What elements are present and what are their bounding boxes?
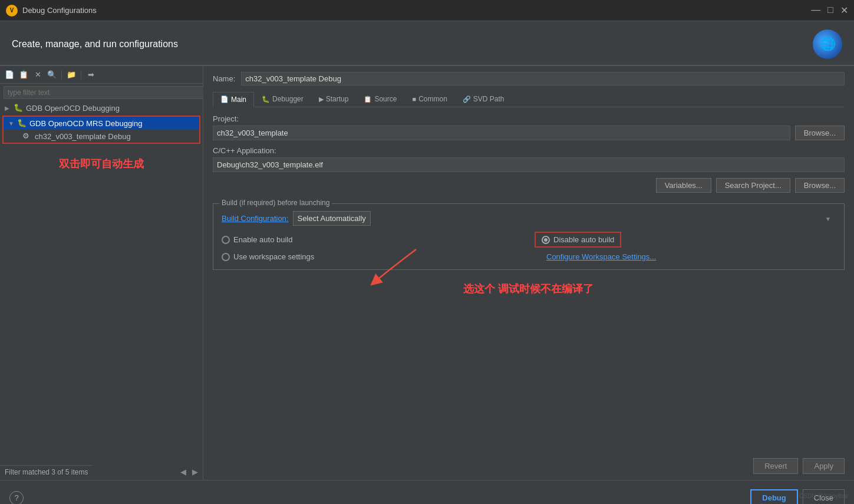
configure-workspace-link[interactable]: Configure Workspace Settings...: [546, 252, 656, 261]
tab-common[interactable]: ■ Common: [404, 91, 454, 107]
radio-disable-label: Disable auto build: [553, 235, 614, 244]
minimize-btn[interactable]: —: [811, 5, 820, 16]
app-section: C/C++ Application:: [213, 146, 845, 172]
window-controls: — □ ✕: [811, 5, 848, 16]
tree-item-label: GDB OpenOCD Debugging: [26, 104, 120, 113]
tab-main-icon: 📄: [220, 95, 229, 103]
tree-item-ch32[interactable]: ⚙ ch32_v003_template Debug: [8, 130, 199, 143]
tree-item-label-ch32: ch32_v003_template Debug: [35, 132, 131, 141]
tabs-bar: 📄 Main 🐛 Debugger ▶ Startup 📋 Source ■ C…: [213, 91, 845, 107]
tab-svd-label: SVD Path: [473, 95, 505, 103]
debug-icon: ⚙: [22, 131, 32, 141]
app-label: C/C++ Application:: [213, 146, 845, 155]
main-layout: 📄 📋 ✕ 🔍 📁 ➡ ▶ 🐛 GDB OpenOCD Debugging ▼ …: [0, 65, 854, 480]
project-section: Project: Browse...: [213, 114, 845, 140]
tree-item-gdb-mrs[interactable]: ▼ 🐛 GDB OpenOCD MRS Debugging: [4, 117, 199, 130]
toolbar-sep: [61, 70, 62, 80]
tab-source[interactable]: 📋 Source: [356, 91, 404, 107]
radio-enable-btn[interactable]: [222, 236, 230, 244]
tab-main[interactable]: 📄 Main: [213, 92, 254, 107]
project-input[interactable]: [213, 126, 790, 140]
maximize-btn[interactable]: □: [827, 5, 833, 16]
watermark: CSDN @Xiaoyibar: [799, 493, 848, 499]
tab-debugger-icon: 🐛: [262, 95, 270, 103]
radio-workspace-btn[interactable]: [222, 253, 230, 261]
status-text: Filter matched 3 of 5 items: [5, 468, 88, 476]
radio-enable-auto[interactable]: Enable auto build: [222, 232, 523, 248]
debug-btn[interactable]: Debug: [750, 489, 797, 504]
tree-group: ⚙ ch32_v003_template Debug: [4, 130, 199, 143]
radio-disable-btn[interactable]: [542, 236, 550, 244]
close-btn[interactable]: ✕: [840, 5, 848, 16]
name-input[interactable]: [241, 72, 845, 85]
filter-btn[interactable]: 🔍: [46, 69, 58, 81]
name-label: Name:: [213, 74, 235, 83]
bottom-annotation: 选这个 调试时候不在编译了: [213, 270, 845, 308]
footer-left: ?: [9, 491, 24, 505]
config-icon: 🐛: [14, 103, 23, 113]
nav-next[interactable]: ▶: [190, 466, 200, 477]
nav-prev[interactable]: ◀: [178, 466, 189, 477]
revert-btn[interactable]: Revert: [753, 458, 798, 474]
chevron-icon: ▼: [8, 120, 15, 127]
build-config-select[interactable]: Select Automatically: [293, 211, 371, 226]
filter-input[interactable]: [4, 86, 206, 99]
radio-disable-auto[interactable]: Disable auto build: [535, 232, 836, 248]
radio-options: Enable auto build Disable auto build Use…: [222, 232, 836, 261]
dialog-title: Create, manage, and run configurations: [12, 39, 178, 50]
sidebar-tree: ▶ 🐛 GDB OpenOCD Debugging ▼ 🐛 GDB OpenOC…: [0, 101, 203, 464]
right-panel: Name: 📄 Main 🐛 Debugger ▶ Startup 📋 Sour…: [203, 66, 854, 480]
radio-enable-label: Enable auto build: [233, 235, 292, 244]
tab-source-icon: 📋: [364, 95, 372, 103]
tab-svd[interactable]: 🔗 SVD Path: [455, 91, 512, 107]
footer: ? Debug Close: [0, 480, 854, 504]
build-config-label[interactable]: Build Configuration:: [222, 214, 288, 223]
sidebar-annotation: 双击即可自动生成: [0, 145, 203, 183]
tab-common-icon: ■: [412, 95, 416, 103]
app-input[interactable]: [213, 157, 845, 172]
chevron-icon: ▶: [5, 105, 12, 111]
tab-startup-icon: ▶: [319, 95, 324, 103]
radio-workspace[interactable]: Use workspace settings: [222, 252, 523, 261]
help-btn[interactable]: ?: [9, 491, 24, 505]
tab-debugger[interactable]: 🐛 Debugger: [254, 91, 311, 107]
copy-config-btn[interactable]: 📋: [18, 69, 29, 81]
project-label: Project:: [213, 114, 845, 123]
project-row: Browse...: [213, 126, 845, 140]
tab-debugger-label: Debugger: [272, 95, 304, 103]
sidebar-status: Filter matched 3 of 5 items: [0, 465, 93, 479]
dialog-header: Create, manage, and run configurations 🌐: [0, 21, 854, 65]
search-project-btn[interactable]: Search Project...: [716, 178, 790, 193]
sidebar-toolbar: 📄 📋 ✕ 🔍 📁 ➡: [0, 66, 203, 84]
build-config-row: Build Configuration: Select Automaticall…: [222, 211, 836, 226]
app-icon: V: [6, 5, 18, 17]
build-group: Build (if required) before launching Bui…: [213, 203, 845, 270]
browse-btn[interactable]: Browse...: [795, 178, 845, 193]
app-logo: 🌐: [813, 29, 842, 59]
radio-workspace-label: Use workspace settings: [233, 252, 314, 261]
disable-auto-box: Disable auto build: [535, 232, 621, 248]
toolbar-sep2: [81, 70, 81, 80]
title-bar: V Debug Configurations — □ ✕: [0, 0, 854, 21]
delete-config-btn[interactable]: ✕: [32, 69, 44, 81]
tree-item-label-mrs: GDB OpenOCD MRS Debugging: [29, 119, 142, 128]
build-legend: Build (if required) before launching: [219, 199, 332, 207]
apply-btn[interactable]: Apply: [803, 458, 845, 474]
tab-startup[interactable]: ▶ Startup: [311, 91, 357, 107]
config-icon-mrs: 🐛: [17, 118, 27, 128]
app-row: [213, 157, 845, 172]
project-browse-btn[interactable]: Browse...: [795, 126, 845, 140]
forward-btn[interactable]: ➡: [85, 69, 97, 81]
name-row: Name:: [213, 72, 845, 85]
revert-apply-row: Revert Apply: [213, 458, 845, 474]
tab-startup-label: Startup: [326, 95, 349, 103]
new-config-btn[interactable]: 📄: [4, 69, 15, 81]
tree-item-gdb-openocd[interactable]: ▶ 🐛 GDB OpenOCD Debugging: [0, 101, 203, 114]
btn-row-actions: Variables... Search Project... Browse...: [213, 178, 845, 193]
collapse-btn[interactable]: 📁: [65, 69, 77, 81]
variables-btn[interactable]: Variables...: [656, 178, 711, 193]
window-title: Debug Configurations: [22, 6, 811, 15]
sidebar: 📄 📋 ✕ 🔍 📁 ➡ ▶ 🐛 GDB OpenOCD Debugging ▼ …: [0, 66, 203, 480]
radio-annotation-area: Enable auto build Disable auto build Use…: [222, 232, 836, 261]
configure-link-cell: Configure Workspace Settings...: [535, 252, 836, 261]
